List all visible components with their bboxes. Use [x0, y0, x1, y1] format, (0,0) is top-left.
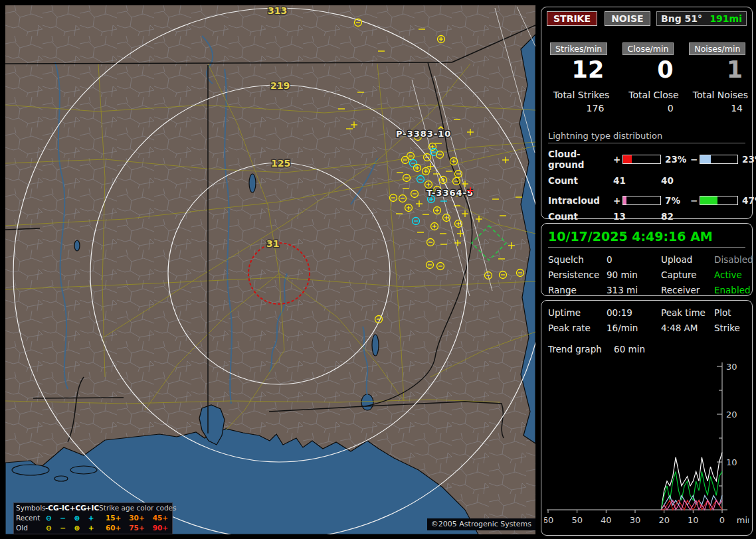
total-noises-label: Total Noises	[683, 90, 752, 100]
upload-value: Disabled	[714, 254, 753, 265]
receiver-value: Enabled	[714, 285, 753, 295]
total-strikes-label: Total Strikes	[544, 90, 613, 100]
peak-rate-label: Peak rate	[548, 323, 607, 333]
trend-panel: Uptime 00:19 Peak time Plot Peak rate 16…	[541, 300, 753, 536]
cloud-ground-label: Cloud-ground	[548, 149, 613, 170]
capture-value: Active	[714, 270, 753, 280]
count-label: Count	[548, 211, 613, 222]
svg-text:^: ^	[437, 125, 444, 135]
status-grid: Squelch 0 Upload Disabled Persistence 90…	[548, 254, 752, 295]
noise-mode-button[interactable]: NOISE	[605, 11, 650, 26]
uptime-value: 00:19	[607, 307, 661, 318]
range-label: Range	[548, 285, 607, 295]
svg-text:31: 31	[266, 238, 279, 249]
legend-row-old: Old⊖−⊕+60+75+90+	[14, 523, 172, 533]
cg-plus-bar	[622, 155, 661, 164]
trend-chart: 6050403020100min102030	[544, 353, 749, 534]
cg-minus-pct: 23%	[738, 154, 756, 165]
peak-time-value: 4:48 AM	[661, 323, 714, 333]
upload-label: Upload	[661, 254, 714, 265]
legend-row-recent: Recent⊖−⊕+15+30+45+	[14, 513, 172, 523]
ic-minus-count: 82	[661, 211, 738, 222]
cg-minus-bar	[700, 155, 738, 164]
svg-text:10: 10	[688, 515, 699, 525]
total-strikes-value: 176	[544, 103, 613, 114]
svg-text:T-3364-5: T-3364-5	[426, 188, 474, 198]
intracloud-label: Intracloud	[548, 195, 613, 206]
bearing-distance: 191mi	[709, 13, 742, 24]
copyright-text: ©2005 Astrogenic Systems	[427, 518, 535, 530]
persistence-label: Persistence	[548, 270, 607, 280]
close-per-min-value: 0	[613, 56, 682, 83]
intracloud-count-row: Count 13 82	[548, 211, 752, 222]
strike-map: 31321912531P-3383-10^T-3364-5 Symbols-CG…	[5, 5, 535, 534]
ic-minus-bar	[700, 196, 738, 205]
cloud-ground-row: Cloud-ground + 23% − 23%	[548, 149, 752, 170]
svg-text:313: 313	[268, 5, 287, 16]
intracloud-row: Intracloud + 7% − 47%	[548, 195, 752, 206]
cloud-ground-count-row: Count 41 40	[548, 175, 752, 186]
strikes-per-min-button[interactable]: Strikes/min	[550, 42, 607, 55]
ic-plus-bar	[622, 196, 661, 205]
squelch-value: 0	[607, 254, 661, 265]
ic-minus-pct: 47%	[738, 195, 756, 206]
range-value: 313 mi	[607, 285, 661, 295]
ic-plus-pct: 7%	[661, 195, 690, 206]
datetime-readout: 10/17/2025 4:49:16 AM	[548, 229, 745, 248]
distribution-title: Lightning type distribution	[548, 131, 745, 143]
plot-mode-value: Strike	[714, 323, 752, 333]
svg-text:219: 219	[270, 80, 290, 91]
map-canvas: 31321912531P-3383-10^T-3364-5	[5, 5, 535, 534]
svg-text:10: 10	[726, 457, 737, 467]
capture-label: Capture	[661, 270, 714, 280]
noises-per-min-value: 1	[683, 56, 752, 83]
peak-rate-value: 16/min	[607, 323, 661, 333]
squelch-label: Squelch	[548, 254, 607, 265]
svg-text:30: 30	[726, 362, 737, 372]
close-per-min-button[interactable]: Close/min	[622, 42, 674, 55]
strike-stats-panel: STRIKE NOISE Bng 51°191mi Strikes/min 12…	[541, 7, 753, 219]
peak-time-label: Peak time	[661, 307, 714, 318]
total-close-label: Total Close	[613, 90, 682, 100]
svg-text:60: 60	[544, 515, 553, 525]
svg-text:20: 20	[726, 410, 737, 420]
svg-text:125: 125	[271, 158, 290, 169]
svg-text:20: 20	[658, 515, 670, 525]
cg-minus-count: 40	[661, 175, 738, 186]
total-close-value: 0	[613, 103, 682, 114]
cg-plus-count: 41	[613, 175, 661, 186]
legend-header: Symbols-CG-IC+CG+ICStrike age color code…	[14, 503, 172, 513]
strikes-per-min-value: 12	[544, 56, 613, 83]
svg-text:30: 30	[630, 515, 641, 525]
receiver-label: Receiver	[661, 285, 714, 295]
minus-sign: −	[690, 195, 700, 206]
svg-text:50: 50	[571, 515, 583, 525]
noises-per-min-button[interactable]: Noises/min	[689, 42, 745, 55]
svg-text:min: min	[737, 515, 749, 525]
ic-plus-count: 13	[613, 211, 661, 222]
bearing-readout: Bng 51°191mi	[656, 11, 747, 26]
count-label: Count	[548, 175, 613, 186]
svg-text:40: 40	[601, 515, 612, 525]
cg-plus-pct: 23%	[661, 154, 690, 165]
bearing-label: Bng 51°	[661, 13, 702, 24]
uptime-grid: Uptime 00:19 Peak time Plot Peak rate 16…	[548, 307, 752, 333]
symbol-legend: Symbols-CG-IC+CG+ICStrike age color code…	[13, 502, 173, 534]
plus-sign: +	[613, 195, 622, 206]
plus-sign: +	[613, 154, 622, 165]
strike-mode-button[interactable]: STRIKE	[547, 11, 597, 26]
svg-text:0: 0	[719, 515, 725, 525]
lightning-tracker-window: 31321912531P-3383-10^T-3364-5 Symbols-CG…	[0, 0, 756, 539]
total-noises-value: 14	[683, 103, 752, 114]
persistence-value: 90 min	[607, 270, 661, 280]
plot-label: Plot	[714, 307, 752, 318]
status-panel: 10/17/2025 4:49:16 AM Squelch 0 Upload D…	[541, 223, 753, 296]
uptime-label: Uptime	[548, 307, 607, 318]
minus-sign: −	[690, 154, 700, 165]
